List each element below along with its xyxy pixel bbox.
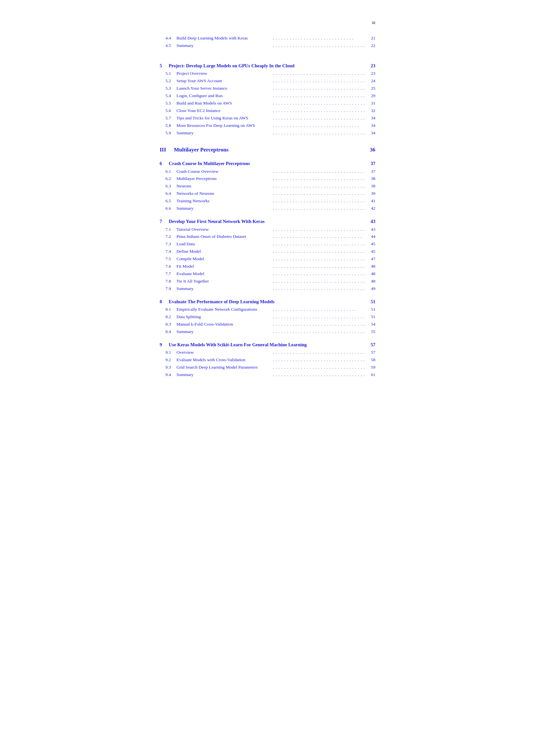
part-3-page: 36 (366, 146, 375, 154)
section-label-5-9: Summary (177, 130, 271, 137)
page-num-6-3: 38 (366, 183, 375, 190)
page-num-5-4: 29 (366, 93, 375, 99)
section-num-6-3: 6.3 (160, 183, 177, 190)
chapter-9-num: 9 (160, 341, 169, 348)
section-label-6-2: Multilayer Perceptrons (177, 176, 271, 182)
dots-4-4: . . . . . . . . . . . . . . . . . . . . … (271, 35, 366, 42)
section-num-5-7: 5.7 (160, 115, 177, 122)
section-label-7-6: Fit Model (177, 263, 271, 270)
dots-5-1: . . . . . . . . . . . . . . . . . . . . … (271, 70, 366, 77)
dots-6-3: . . . . . . . . . . . . . . . . . . . . … (271, 183, 366, 190)
section-num-5-1: 5.1 (160, 70, 177, 77)
section-num-5-8: 5.8 (160, 122, 177, 129)
section-label-4-5: Summary (177, 42, 271, 49)
toc-entry-7-3: 7.3 Load Data . . . . . . . . . . . . . … (160, 241, 375, 248)
section-label-5-3: Launch Your Server Instance (177, 85, 271, 92)
chapter-9-entry: 9 Use Keras Models With Scikit-Learn For… (160, 341, 375, 348)
section-label-6-1: Crash Course Overview (177, 168, 271, 175)
section-label-7-9: Summary (177, 285, 271, 292)
page-num-9-1: 57 (366, 349, 375, 356)
section-label-6-5: Training Networks (177, 198, 271, 204)
dots-5-2: . . . . . . . . . . . . . . . . . . . . … (271, 78, 366, 85)
section-label-5-8: More Resources For Deep Learning on AWS (177, 122, 271, 129)
dots-7-7: . . . . . . . . . . . . . . . . . . . . … (271, 271, 366, 277)
section-num-9-3: 9.3 (160, 364, 177, 371)
chapter-5-entry: 5 Project: Develop Large Models on GPUs … (160, 62, 375, 69)
section-label-6-6: Summary (177, 205, 271, 212)
page-num-5-1: 23 (366, 70, 375, 77)
toc-entry-6-4: 6.4 Networks of Neurons . . . . . . . . … (160, 190, 375, 197)
toc-entry-7-5: 7.5 Compile Model . . . . . . . . . . . … (160, 256, 375, 262)
page-number: iii (160, 19, 375, 26)
page-num-7-3: 45 (366, 241, 375, 248)
section-label-5-5: Build and Run Models on AWS (177, 100, 271, 107)
toc-entry-9-3: 9.3 Grid Search Deep Learning Model Para… (160, 364, 375, 371)
section-label-9-2: Evaluate Models with Cross-Validation (177, 357, 271, 364)
page-num-5-7: 34 (366, 115, 375, 122)
page-num-7-6: 48 (366, 263, 375, 270)
section-num-5-2: 5.2 (160, 78, 177, 85)
toc-entry-9-1: 9.1 Overview . . . . . . . . . . . . . .… (160, 349, 375, 356)
page-num-9-4: 61 (366, 371, 375, 378)
page-num-6-5: 41 (366, 198, 375, 204)
dots-5-7: . . . . . . . . . . . . . . . . . . . . … (271, 115, 366, 122)
dots-7-2: . . . . . . . . . . . . . . . . . . . . … (271, 233, 366, 240)
toc-entry-9-4: 9.4 Summary . . . . . . . . . . . . . . … (160, 371, 375, 378)
page-num-6-6: 42 (366, 205, 375, 212)
page-num-8-2: 51 (366, 313, 375, 320)
dots-9-1: . . . . . . . . . . . . . . . . . . . . … (271, 349, 366, 356)
section-num-8-2: 8.2 (160, 313, 177, 320)
section-num-7-8: 7.8 (160, 278, 177, 285)
toc-entry-8-3: 8.3 Manual k-Fold Cross-Validation . . .… (160, 321, 375, 328)
page-num-7-4: 45 (366, 248, 375, 255)
section-label-8-3: Manual k-Fold Cross-Validation (177, 321, 271, 328)
chapter-8-label: Evaluate The Performance of Deep Learnin… (169, 298, 366, 305)
toc-entry-8-2: 8.2 Data Splitting . . . . . . . . . . .… (160, 313, 375, 320)
dots-7-3: . . . . . . . . . . . . . . . . . . . . … (271, 241, 366, 248)
section-num-4-4: 4.4 (160, 35, 177, 42)
page-num-5-3: 25 (366, 85, 375, 92)
chapter-4-continued: 4.4 Build Deep Learning Models with Kera… (160, 35, 375, 49)
toc-entry-4-5: 4.5 Summary . . . . . . . . . . . . . . … (160, 42, 375, 49)
chapter-7-label: Develop Your First Neural Network With K… (169, 218, 366, 225)
section-num-5-6: 5.6 (160, 107, 177, 114)
toc-entry-6-3: 6.3 Neurons . . . . . . . . . . . . . . … (160, 183, 375, 190)
section-num-4-5: 4.5 (160, 42, 177, 49)
section-num-8-1: 8.1 (160, 306, 177, 313)
chapter-9-label: Use Keras Models With Scikit-Learn For G… (169, 341, 366, 348)
chapter-6-entry: 6 Crash Course In Multilayer Perceptrons… (160, 160, 375, 167)
section-label-9-1: Overview (177, 349, 271, 356)
page-num-9-2: 58 (366, 357, 375, 364)
toc-entry-9-2: 9.2 Evaluate Models with Cross-Validatio… (160, 357, 375, 364)
toc-entry-6-5: 6.5 Training Networks . . . . . . . . . … (160, 198, 375, 204)
toc-entry-5-9: 5.9 Summary . . . . . . . . . . . . . . … (160, 130, 375, 137)
section-num-8-3: 8.3 (160, 321, 177, 328)
page-num-5-2: 24 (366, 78, 375, 85)
dots-6-4: . . . . . . . . . . . . . . . . . . . . … (271, 190, 366, 197)
part-3-num: III (160, 146, 174, 154)
section-label-6-4: Networks of Neurons (177, 190, 271, 197)
dots-5-9: . . . . . . . . . . . . . . . . . . . . … (271, 130, 366, 137)
page-num-7-9: 49 (366, 285, 375, 292)
page-num-6-2: 38 (366, 176, 375, 182)
section-label-5-6: Close Your EC2 Instance (177, 107, 271, 114)
chapter-8-num: 8 (160, 298, 169, 305)
page-num-7-1: 43 (366, 226, 375, 233)
section-num-5-3: 5.3 (160, 85, 177, 92)
section-label-5-2: Setup Your AWS Account (177, 78, 271, 85)
dots-8-2: . . . . . . . . . . . . . . . . . . . . … (271, 313, 366, 320)
dots-5-6: . . . . . . . . . . . . . . . . . . . . … (271, 107, 366, 114)
section-num-6-5: 6.5 (160, 198, 177, 204)
toc-entry-7-8: 7.8 Tie It All Together . . . . . . . . … (160, 278, 375, 285)
toc-entry-8-4: 8.4 Summary . . . . . . . . . . . . . . … (160, 329, 375, 335)
chapter-5-sections: 5.1 Project Overview . . . . . . . . . .… (160, 70, 375, 136)
dots-4-5: . . . . . . . . . . . . . . . . . . . . … (271, 42, 366, 49)
chapter-7-sections: 7.1 Tutorial Overview . . . . . . . . . … (160, 226, 375, 292)
dots-7-1: . . . . . . . . . . . . . . . . . . . . … (271, 226, 366, 233)
section-num-9-2: 9.2 (160, 357, 177, 364)
dots-7-9: . . . . . . . . . . . . . . . . . . . . … (271, 285, 366, 292)
section-num-7-9: 7.9 (160, 285, 177, 292)
chapter-5-num: 5 (160, 62, 169, 69)
dots-5-4: . . . . . . . . . . . . . . . . . . . . … (271, 93, 366, 99)
section-num-9-4: 9.4 (160, 371, 177, 378)
